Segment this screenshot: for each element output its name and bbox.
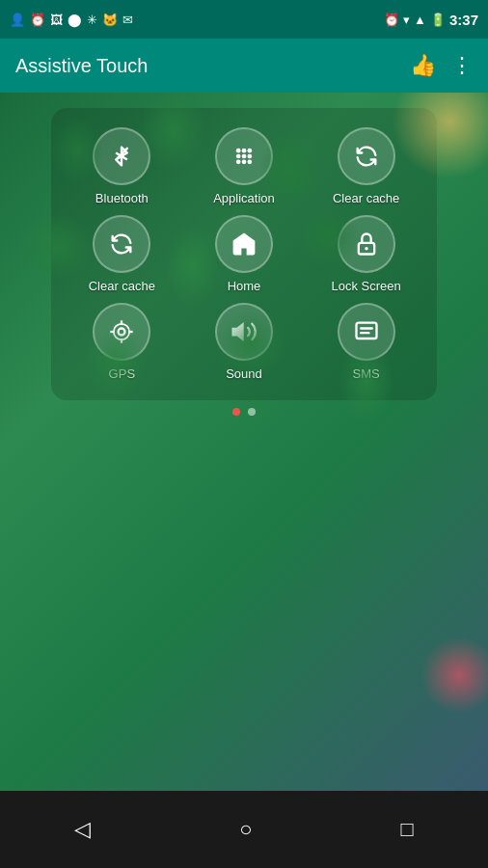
bluetooth-label: Bluetooth [95, 191, 149, 205]
bluetooth-icon [108, 143, 135, 170]
clear-cache-bottom-button[interactable]: Clear cache [78, 215, 165, 293]
app-bar-actions: 👍 ⋮ [410, 53, 473, 78]
svg-point-2 [242, 149, 247, 153]
bluetooth-icon-circle [93, 127, 150, 185]
home-button[interactable]: Home [201, 215, 287, 293]
svg-marker-18 [232, 324, 243, 339]
nav-home-icon[interactable]: ○ [239, 817, 252, 842]
sms-icon-circle [338, 303, 395, 361]
nav-bar: ◁ ○ □ [0, 791, 488, 868]
refresh-bottom-icon [108, 231, 135, 258]
sound-label: Sound [226, 366, 262, 381]
status-bar: 👤 ⏰ 🖼 ⬤ ✳ 🐱 ✉ ⏰ ▾ ▲ 🔋 3:37 [0, 0, 488, 39]
svg-point-7 [236, 160, 241, 165]
lock-icon [353, 231, 380, 258]
wifi-icon: ▾ [403, 13, 410, 27]
asterisk-icon: ✳ [87, 13, 97, 27]
bg-glow-bottom [420, 637, 488, 714]
gps-icon [108, 318, 135, 345]
home-label: Home [228, 279, 261, 293]
more-options-icon[interactable]: ⋮ [451, 53, 473, 78]
gps-icon-circle [93, 303, 150, 361]
clear-cache-bottom-icon-circle [93, 215, 150, 273]
svg-point-13 [114, 324, 129, 339]
sms-label: SMS [353, 366, 380, 381]
widget-row-2: Clear cache Home Lock [61, 215, 427, 293]
svg-point-5 [242, 154, 247, 159]
clear-cache-top-label: Clear cache [333, 191, 399, 205]
alarm-icon: ⏰ [30, 13, 45, 27]
sound-button[interactable]: Sound [201, 303, 287, 381]
app-title: Assistive Touch [15, 55, 148, 77]
application-label: Application [213, 191, 275, 205]
svg-point-3 [247, 149, 252, 153]
svg-point-12 [119, 329, 125, 336]
dot-2 [248, 408, 256, 416]
status-right-icons: ⏰ ▾ ▲ 🔋 3:37 [384, 12, 478, 28]
gps-button[interactable]: GPS [78, 303, 165, 381]
application-button[interactable]: Application [201, 127, 287, 205]
gps-label: GPS [109, 366, 135, 381]
refresh-top-icon [353, 143, 380, 170]
cat-icon: 🐱 [102, 13, 118, 27]
mail-icon: ✉ [122, 13, 133, 27]
lock-screen-label: Lock Screen [332, 279, 401, 293]
bluetooth-button[interactable]: Bluetooth [78, 127, 165, 205]
svg-rect-19 [356, 323, 376, 339]
main-content: Bluetooth Applicatio [0, 93, 488, 791]
clear-cache-bottom-label: Clear cache [89, 279, 155, 293]
nav-recent-icon[interactable]: □ [401, 817, 414, 842]
dots-indicator [232, 408, 256, 416]
sound-icon [230, 318, 258, 345]
app-bar: Assistive Touch 👍 ⋮ [0, 39, 488, 93]
person-icon: 👤 [10, 13, 25, 27]
sound-icon-circle [215, 303, 273, 361]
svg-point-6 [247, 154, 252, 159]
nav-back-icon[interactable]: ◁ [74, 817, 91, 842]
signal-icon: ▲ [414, 13, 426, 27]
svg-point-8 [242, 160, 247, 165]
svg-point-11 [365, 247, 368, 250]
sms-button[interactable]: SMS [323, 303, 410, 381]
application-icon [230, 143, 258, 170]
status-left-icons: 👤 ⏰ 🖼 ⬤ ✳ 🐱 ✉ [10, 13, 133, 27]
lock-screen-icon-circle [338, 215, 395, 273]
svg-point-1 [236, 149, 241, 153]
home-icon [230, 231, 258, 258]
clear-cache-top-icon-circle [338, 127, 395, 185]
svg-point-4 [236, 154, 241, 159]
circle-icon: ⬤ [68, 13, 82, 27]
clock-icon: ⏰ [384, 13, 399, 27]
status-time: 3:37 [449, 12, 478, 28]
application-icon-circle [215, 127, 273, 185]
svg-point-9 [247, 160, 252, 165]
lock-screen-button[interactable]: Lock Screen [323, 215, 410, 293]
image-icon: 🖼 [50, 13, 63, 27]
thumbsup-icon[interactable]: 👍 [410, 53, 436, 78]
battery-icon: 🔋 [430, 13, 446, 27]
widget-card: Bluetooth Applicatio [51, 108, 437, 400]
sms-icon [353, 318, 380, 345]
widget-row-1: Bluetooth Applicatio [61, 127, 427, 205]
home-icon-circle [215, 215, 273, 273]
widget-row-3: GPS Sound [61, 303, 427, 381]
dot-1 [232, 408, 240, 416]
